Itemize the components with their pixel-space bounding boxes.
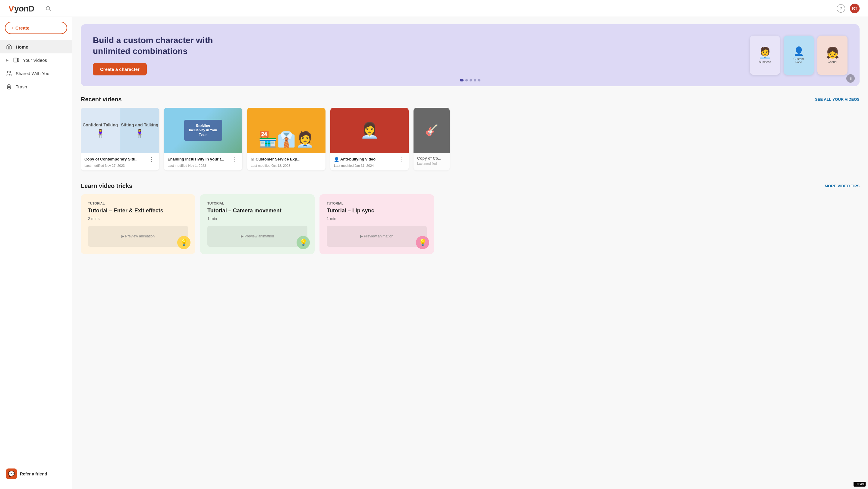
svg-line-6 — [50, 9, 51, 11]
svg-point-8 — [7, 71, 9, 73]
expand-icon: ▶ — [6, 58, 8, 62]
video-thumb-4[interactable]: 🎸 — [413, 108, 450, 153]
video-more-1[interactable]: ⋮ — [231, 156, 239, 163]
video-more-3[interactable]: ⋮ — [397, 156, 405, 163]
banner-text: Build a custom character with unlimited … — [93, 35, 213, 76]
video-thumb-0[interactable]: Confident Talking 🧍‍♀️ Sitting and Talki… — [81, 108, 159, 153]
svg-text:V: V — [8, 4, 14, 13]
video-card-3: 👩‍💼 01:49 👤 Anti-bullying video ⋮ Last m… — [330, 108, 409, 170]
video-meta-3: Last modified Jan 31, 2024 — [334, 164, 405, 167]
svg-point-5 — [46, 6, 50, 10]
video-meta-2: Last modified Oct 18, 2023 — [251, 164, 322, 167]
tutorials-header: Learn video tricks MORE VIDEO TIPS — [81, 182, 860, 190]
refer-icon: 💬 — [6, 468, 17, 479]
sidebar-item-home[interactable]: Home — [0, 40, 72, 53]
svg-text:o: o — [19, 4, 24, 13]
video-meta-4: Last modified — [417, 162, 446, 165]
more-tips-link[interactable]: MORE VIDEO TIPS — [825, 184, 860, 188]
create-character-button[interactable]: Create a character — [93, 63, 147, 76]
video-meta-1: Last modified Nov 1, 2023 — [167, 164, 239, 167]
tutorial-label-0: Tutorial — [88, 202, 188, 205]
collab-icon-2: ⊙ — [251, 157, 254, 162]
banner-dots — [460, 79, 480, 82]
video-card-1: EnablingInclusivity in YourTeam 01:11 En… — [164, 108, 242, 170]
tutorial-duration-0: 2 mins — [88, 216, 188, 221]
tutorial-duration-2: 1 min — [327, 216, 427, 221]
tutorial-icon-2: 💡 — [416, 236, 429, 249]
sidebar-item-shared-label: Shared With You — [16, 71, 50, 76]
dot-5[interactable] — [478, 79, 480, 82]
trash-icon — [6, 84, 12, 90]
topbar-right: ? RT — [837, 4, 860, 13]
tutorial-card-0[interactable]: Tutorial Tutorial – Enter & Exit effects… — [81, 194, 195, 254]
tutorial-card-1[interactable]: Tutorial Tutorial – Camera movement 1 mi… — [200, 194, 315, 254]
refer-friend-item[interactable]: 💬 Refer a friend — [0, 464, 72, 484]
video-card-2: 🏪👔🧑‍💼 00:02 ⊙ Customer Service Exp... ⋮ … — [247, 108, 326, 170]
video-info-2: ⊙ Customer Service Exp... ⋮ Last modifie… — [247, 153, 326, 170]
tutorial-thumb-2: ▶ Preview animation — [327, 226, 427, 247]
dot-2[interactable] — [465, 79, 468, 82]
banner: Build a custom character with unlimited … — [81, 24, 860, 86]
video-title-3: Anti-bullying video — [340, 157, 397, 162]
recent-videos-title: Recent videos — [81, 96, 122, 103]
tutorial-label-2: Tutorial — [327, 202, 427, 205]
refer-label: Refer a friend — [20, 471, 47, 476]
sidebar-item-your-videos[interactable]: ▶ Your Videos — [0, 53, 72, 67]
tutorial-duration-1: 1 min — [207, 216, 307, 221]
sidebar-item-trash-label: Trash — [16, 84, 27, 89]
svg-text:n: n — [24, 4, 29, 13]
video-more-0[interactable]: ⋮ — [148, 156, 156, 163]
video-title-1: Enabling inclusivity in your t... — [167, 157, 231, 162]
video-info-3: 👤 Anti-bullying video ⋮ Last modified Ja… — [330, 153, 409, 170]
create-button[interactable]: + Create — [5, 22, 67, 34]
video-meta-0: Last modified Nov 27, 2023 — [84, 164, 156, 167]
tutorials-section: Learn video tricks MORE VIDEO TIPS Tutor… — [81, 182, 860, 256]
video-card-0: Confident Talking 🧍‍♀️ Sitting and Talki… — [81, 108, 159, 170]
collab-icon-3: 👤 — [334, 157, 339, 162]
svg-text:y: y — [14, 4, 19, 13]
tutorials-title: Learn video tricks — [81, 182, 132, 190]
app-layout: + Create Home ▶ Your Videos S — [0, 17, 868, 489]
tutorial-title-1: Tutorial – Camera movement — [207, 207, 307, 214]
sidebar-item-shared[interactable]: Shared With You — [0, 67, 72, 80]
video-grid: Confident Talking 🧍‍♀️ Sitting and Talki… — [81, 108, 860, 173]
video-more-2[interactable]: ⋮ — [314, 156, 322, 163]
video-title-2: Customer Service Exp... — [255, 157, 314, 162]
tutorial-card-2[interactable]: Tutorial Tutorial – Lip sync 1 min ▶ Pre… — [319, 194, 434, 254]
logo[interactable]: V y o n D — [8, 4, 36, 13]
help-button[interactable]: ? — [837, 4, 845, 13]
video-title-4: Copy of Co... — [417, 156, 446, 161]
dot-4[interactable] — [474, 79, 476, 82]
video-thumb-2[interactable]: 🏪👔🧑‍💼 — [247, 108, 326, 153]
recent-videos-header: Recent videos SEE ALL YOUR VIDEOS — [81, 96, 860, 103]
home-icon — [6, 44, 12, 50]
banner-pause-button[interactable]: ⏸ — [846, 74, 855, 83]
banner-card-3: 👧 Casual — [817, 36, 847, 75]
video-card-4: 🎸 Copy of Co... Last modified — [413, 108, 450, 170]
banner-card-1: 🧑‍💼 Business — [750, 36, 780, 75]
svg-text:D: D — [28, 4, 34, 13]
dot-3[interactable] — [470, 79, 472, 82]
see-all-videos-link[interactable]: SEE ALL YOUR VIDEOS — [815, 97, 860, 102]
tutorial-thumb-0: ▶ Preview animation — [88, 226, 188, 247]
tutorial-icon-0: 💡 — [177, 236, 190, 249]
tutorial-title-0: Tutorial – Enter & Exit effects — [88, 207, 188, 214]
tutorial-title-2: Tutorial – Lip sync — [327, 207, 427, 214]
video-thumb-3[interactable]: 👩‍💼 — [330, 108, 409, 153]
video-title-0: Copy of Contemporary Sitti... — [84, 157, 148, 162]
banner-heading: Build a custom character with unlimited … — [93, 35, 213, 57]
dot-1[interactable] — [460, 79, 464, 82]
tutorial-icon-1: 💡 — [297, 236, 310, 249]
search-button[interactable] — [45, 5, 51, 11]
sidebar: + Create Home ▶ Your Videos S — [0, 17, 72, 489]
topbar-left: V y o n D — [8, 4, 51, 13]
video-info-4: Copy of Co... Last modified — [413, 153, 450, 168]
tutorial-label-1: Tutorial — [207, 202, 307, 205]
sidebar-item-trash[interactable]: Trash — [0, 80, 72, 93]
video-info-0: Copy of Contemporary Sitti... ⋮ Last mod… — [81, 153, 159, 170]
user-avatar[interactable]: RT — [850, 4, 860, 13]
topbar: V y o n D ? RT — [0, 0, 868, 17]
tutorial-grid: Tutorial Tutorial – Enter & Exit effects… — [81, 194, 860, 256]
video-thumb-1[interactable]: EnablingInclusivity in YourTeam — [164, 108, 242, 153]
banner-images: 🧑‍💼 Business 👤 CustomFace 👧 Casual — [750, 36, 847, 75]
